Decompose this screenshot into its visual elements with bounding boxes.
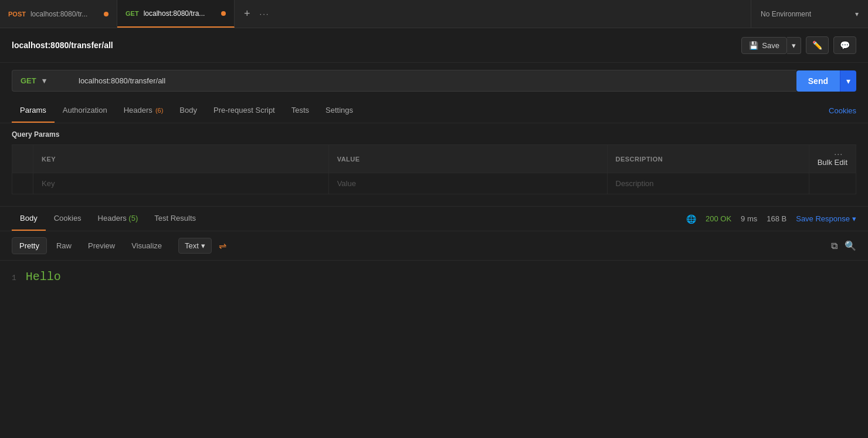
params-section: Query Params KEY VALUE DESCRIPTION ··· B…	[0, 123, 868, 194]
save-button-group: 💾 Save ▾	[741, 37, 801, 54]
response-body-text: Hello	[26, 270, 61, 284]
tab-tests[interactable]: Tests	[283, 99, 317, 123]
env-label: No Environment	[761, 10, 811, 18]
line-number-1: 1	[12, 274, 16, 282]
tab-url-post: localhost:8080/tr...	[30, 10, 99, 18]
comment-button[interactable]: 💬	[833, 36, 856, 54]
response-tab-cookies[interactable]: Cookies	[46, 207, 90, 231]
method-label: GET	[21, 76, 36, 85]
response-section: Body Cookies Headers (5) Test Results 🌐 …	[0, 206, 868, 293]
col-checkbox-header	[12, 145, 33, 173]
save-response-button[interactable]: Save Response ▾	[796, 214, 856, 223]
save-icon: 💾	[749, 41, 758, 50]
response-tab-headers[interactable]: Headers (5)	[90, 207, 147, 231]
response-time: 9 ms	[741, 214, 757, 223]
tab-params[interactable]: Params	[12, 99, 55, 123]
save-response-chevron-icon: ▾	[852, 214, 856, 223]
params-table: KEY VALUE DESCRIPTION ··· Bulk Edit Key …	[12, 144, 856, 194]
globe-icon: 🌐	[686, 214, 696, 224]
tab-method-post: POST	[8, 11, 26, 18]
format-raw-button[interactable]: Raw	[49, 238, 79, 254]
col-value-header: VALUE	[328, 145, 607, 173]
env-chevron-icon: ▾	[855, 10, 859, 18]
response-status-code: 200 OK	[706, 214, 731, 223]
col-key-header: KEY	[33, 145, 329, 173]
copy-response-button[interactable]: ⧉	[831, 240, 838, 251]
wrap-icon[interactable]: ⇌	[219, 240, 226, 251]
cookies-link[interactable]: Cookies	[829, 106, 856, 115]
title-actions: 💾 Save ▾ ✏️ 💬	[741, 36, 856, 54]
tab-dot-post	[104, 12, 108, 16]
format-pretty-button[interactable]: Pretty	[12, 237, 47, 254]
tab-body[interactable]: Body	[171, 99, 205, 123]
tab-method-get: GET	[126, 10, 139, 17]
edit-button[interactable]: ✏️	[806, 36, 829, 54]
tab-nav-right: Cookies	[829, 106, 856, 115]
row-value-cell[interactable]: Value	[328, 173, 607, 194]
tab-get[interactable]: GET localhost:8080/tra...	[117, 0, 235, 28]
format-visualize-button[interactable]: Visualize	[124, 238, 169, 254]
request-tab-nav: Params Authorization Headers (6) Body Pr…	[0, 99, 868, 123]
request-title-bar: localhost:8080/transfer/all 💾 Save ▾ ✏️ …	[0, 28, 868, 63]
text-format-chevron-icon: ▾	[201, 241, 205, 250]
table-row: Key Value Description	[12, 173, 856, 194]
bulk-edit-button[interactable]: Bulk Edit	[818, 158, 847, 167]
row-checkbox-cell	[12, 173, 33, 194]
url-input[interactable]	[70, 70, 796, 92]
url-bar: GET ▾ Send ▾	[0, 63, 868, 99]
col-desc-header: DESCRIPTION	[607, 145, 809, 173]
save-label: Save	[762, 41, 779, 50]
response-tab-bar: Body Cookies Headers (5) Test Results 🌐 …	[0, 207, 868, 231]
tab-settings[interactable]: Settings	[317, 99, 361, 123]
table-more-icon[interactable]: ···	[835, 151, 843, 158]
tab-more-button[interactable]: ···	[260, 9, 270, 18]
method-chevron-icon: ▾	[42, 76, 46, 85]
tab-url-get: localhost:8080/tra...	[144, 9, 216, 18]
search-response-button[interactable]: 🔍	[845, 240, 856, 251]
tab-bar: POST localhost:8080/tr... GET localhost:…	[0, 0, 868, 28]
method-select[interactable]: GET ▾	[12, 70, 70, 92]
tab-headers[interactable]: Headers (6)	[116, 99, 172, 123]
format-preview-button[interactable]: Preview	[81, 238, 122, 254]
add-tab-button[interactable]: +	[244, 8, 250, 20]
response-body: 1Hello	[0, 261, 868, 293]
row-key-cell[interactable]: Key	[33, 173, 329, 194]
tab-add-area: + ···	[235, 0, 279, 28]
response-actions: ⧉ 🔍	[831, 240, 856, 251]
tab-dot-get	[221, 11, 226, 16]
request-title: localhost:8080/transfer/all	[12, 41, 113, 50]
env-selector[interactable]: No Environment ▾	[751, 0, 868, 28]
response-status-area: 🌐 200 OK 9 ms 168 B Save Response ▾	[686, 214, 856, 224]
save-button[interactable]: 💾 Save	[741, 37, 787, 54]
send-button-group: Send ▾	[796, 70, 856, 92]
col-actions-header: ··· Bulk Edit	[809, 145, 856, 173]
tab-post[interactable]: POST localhost:8080/tr...	[0, 0, 117, 28]
tab-authorization[interactable]: Authorization	[55, 99, 116, 123]
text-format-select[interactable]: Text ▾	[178, 238, 212, 254]
response-size: 168 B	[767, 214, 786, 223]
response-tab-test-results[interactable]: Test Results	[146, 207, 204, 231]
tab-prerequest[interactable]: Pre-request Script	[205, 99, 283, 123]
send-dropdown-button[interactable]: ▾	[840, 70, 856, 92]
response-format-bar: Pretty Raw Preview Visualize Text ▾ ⇌ ⧉ …	[0, 231, 868, 261]
save-dropdown-button[interactable]: ▾	[787, 37, 801, 54]
row-desc-cell[interactable]: Description	[607, 173, 809, 194]
query-params-title: Query Params	[12, 130, 856, 139]
response-tab-body[interactable]: Body	[12, 207, 46, 231]
send-button[interactable]: Send	[796, 70, 840, 92]
row-actions-cell	[809, 173, 856, 194]
